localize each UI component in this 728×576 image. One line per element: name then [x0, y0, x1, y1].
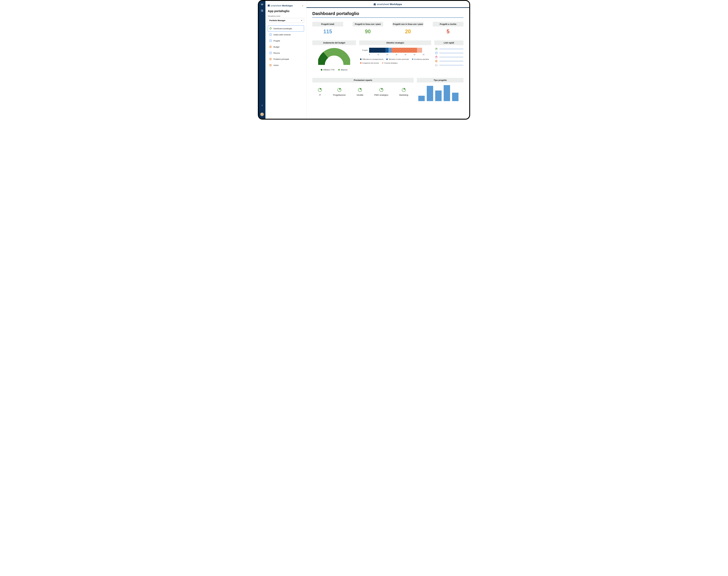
- quick-link-1[interactable]: [435, 52, 463, 54]
- kpi-label: Progetti totali: [312, 22, 343, 27]
- bar-segment: [369, 48, 385, 53]
- department-item[interactable]: Marketing: [399, 88, 408, 96]
- department-item[interactable]: PMO strategico: [374, 88, 388, 96]
- axis-tick: 10: [377, 54, 379, 55]
- legend-item: Stimolare il nostro personale: [386, 58, 409, 60]
- svg-rect-1: [262, 4, 263, 5]
- sidebar-item-label: Azioni: [273, 64, 278, 66]
- project-type-title: Tipo progetto: [417, 78, 463, 83]
- pie-icon: [402, 88, 406, 92]
- department-label: IT: [319, 94, 321, 96]
- kpi-value: 20: [393, 29, 424, 35]
- department-label: Vendite: [356, 94, 363, 96]
- placeholder-bar: [439, 60, 463, 62]
- legend-dot-icon: [382, 62, 383, 64]
- sidebar-item-2[interactable]: Progetti: [268, 38, 304, 44]
- placeholder-bar: [439, 56, 463, 58]
- budget-legend: Effettivo YTDBilancio: [321, 69, 348, 71]
- axis-tick: 20: [386, 54, 388, 55]
- axis-tick: 0: [369, 54, 370, 55]
- sheet-icon: [435, 52, 437, 54]
- sidebar-item-5[interactable]: Problemi principali: [268, 56, 304, 62]
- kpi-0: Progetti totali115: [312, 22, 343, 35]
- project-type-widget: Tipo progetto: [417, 78, 463, 101]
- quick-link-3[interactable]: [435, 60, 463, 62]
- sidebar-item-label: Progetti: [273, 40, 280, 42]
- quick-link-2[interactable]: [435, 56, 463, 58]
- department-label: Progettazione: [333, 94, 346, 96]
- sidebar-item-6[interactable]: Azioni: [268, 62, 304, 68]
- budget-title: Andamento del budget: [312, 40, 356, 45]
- help-icon[interactable]: ?: [262, 104, 263, 107]
- objectives-bar: [369, 48, 430, 53]
- ledger-icon: [269, 46, 272, 48]
- sidebar-brand: smartsheet WorkApps: [268, 4, 293, 7]
- departments-row: ITProgettazioneVenditePMO strategicoMark…: [312, 85, 414, 96]
- department-item[interactable]: IT: [318, 88, 322, 96]
- pie-icon: [358, 88, 362, 92]
- caret-down-icon: ▼: [301, 20, 302, 21]
- apps-icon[interactable]: [261, 3, 263, 6]
- pie-icon: [269, 27, 272, 30]
- role-select[interactable]: Portfolio Manager▼: [268, 18, 304, 23]
- bar: [452, 93, 458, 101]
- department-item[interactable]: Progettazione: [333, 88, 346, 96]
- department-label: PMO strategico: [374, 94, 388, 96]
- legend-item: Bilancio: [338, 69, 348, 71]
- app-title: App portafoglio: [268, 9, 304, 13]
- objectives-axis: 0102030405060: [369, 54, 430, 55]
- legend-dot-icon: [412, 58, 413, 60]
- legend-item: Erogazione del servizio: [360, 62, 379, 64]
- svg-rect-0: [261, 4, 262, 5]
- legend-dot-icon: [321, 69, 322, 70]
- ledger-icon: [269, 58, 272, 60]
- bar: [427, 86, 433, 101]
- bar-segment: [417, 48, 422, 53]
- quick-links-list: [434, 48, 463, 66]
- kpi-label: Progetti non in linea con i piani: [393, 22, 424, 27]
- sidebar-item-1[interactable]: Intake delle richieste: [268, 32, 304, 38]
- sidebar-item-3[interactable]: Budget: [268, 44, 304, 50]
- sidebar-item-label: Intake delle richieste: [273, 34, 291, 36]
- axis-tick: 40: [405, 54, 406, 55]
- quick-links-title: Link rapidi: [434, 40, 463, 45]
- kpi-value: 90: [352, 29, 383, 35]
- sheet-icon: [269, 39, 272, 42]
- avatar[interactable]: [260, 112, 264, 116]
- quick-links-widget: Link rapidi: [434, 40, 463, 71]
- pie-icon: [435, 48, 437, 50]
- forms-icon[interactable]: [261, 9, 263, 12]
- sidebar-item-4[interactable]: Risorse: [268, 50, 304, 56]
- quick-link-0[interactable]: [435, 48, 463, 50]
- objectives-row-label: Progetti: [360, 49, 368, 51]
- departments-title: Prestazioni reparto: [312, 78, 414, 83]
- quick-link-4[interactable]: [435, 64, 463, 66]
- bar-segment: [388, 48, 392, 53]
- bar-segment: [385, 48, 388, 53]
- project-type-bars: [417, 85, 463, 101]
- kpi-3: Progetti a rischio5: [433, 22, 464, 35]
- bar: [443, 85, 450, 101]
- title-underline: [312, 18, 463, 18]
- legend-item: Effettivo YTD: [321, 69, 334, 71]
- clipboard-icon: [435, 56, 437, 58]
- sidebar-item-0[interactable]: Dashboard portafoglio: [268, 25, 304, 32]
- sidebar-item-label: Problemi principali: [273, 58, 289, 60]
- kpi-1: Progetti in linea con i piani90: [352, 22, 383, 35]
- sidebar: smartsheet WorkApps ‹ App portafoglio Vi…: [265, 1, 306, 119]
- pie-icon: [318, 88, 322, 92]
- kpi-2: Progetti non in linea con i piani20: [393, 22, 424, 35]
- sidebar-item-label: Budget: [273, 46, 279, 48]
- brand-check-icon: [268, 5, 270, 6]
- budget-widget: Andamento del budget Effettivo YTDBilanc…: [312, 40, 356, 71]
- collapse-sidebar-button[interactable]: ‹: [301, 4, 304, 7]
- kpi-label: Progetti a rischio: [433, 22, 464, 27]
- kpi-row: Progetti totali115Progetti in linea con …: [312, 22, 463, 35]
- sidebar-item-label: Risorse: [273, 52, 280, 54]
- departments-widget: Prestazioni reparto ITProgettazioneVendi…: [312, 78, 414, 101]
- pie-icon: [337, 88, 342, 92]
- bar: [435, 90, 441, 101]
- folder-icon: [435, 64, 437, 66]
- department-item[interactable]: Vendite: [356, 88, 363, 96]
- brand-check-icon: [374, 3, 376, 5]
